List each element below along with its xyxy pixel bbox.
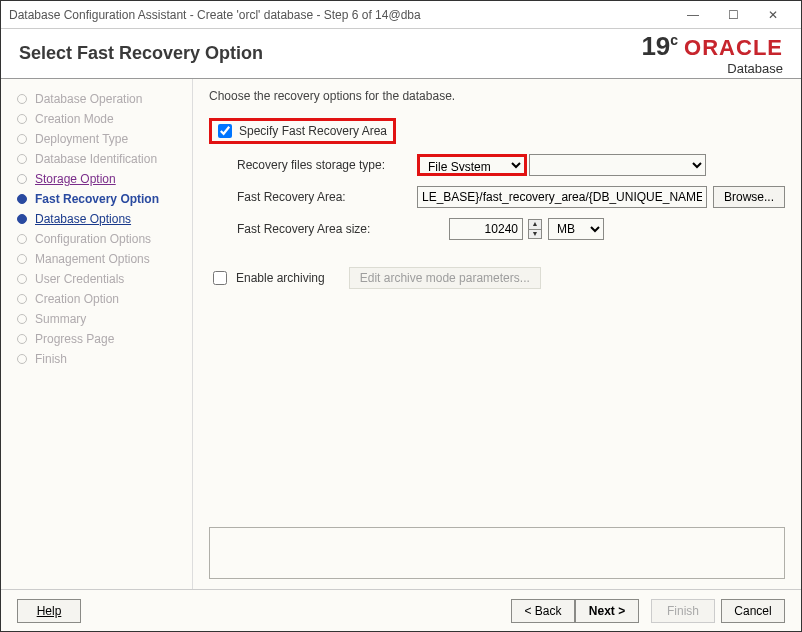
step-user-credentials: User Credentials bbox=[1, 269, 192, 289]
enable-archiving-label: Enable archiving bbox=[236, 271, 325, 285]
cancel-button[interactable]: Cancel bbox=[721, 599, 785, 623]
minimize-button[interactable]: — bbox=[673, 3, 713, 27]
titlebar: Database Configuration Assistant - Creat… bbox=[1, 1, 801, 29]
step-progress-page: Progress Page bbox=[1, 329, 192, 349]
step-storage-option[interactable]: Storage Option bbox=[1, 169, 192, 189]
brand-name: ORACLE bbox=[684, 35, 783, 61]
brand-sub: Database bbox=[686, 61, 783, 76]
message-area bbox=[209, 527, 785, 579]
edit-archive-params-button: Edit archive mode parameters... bbox=[349, 267, 541, 289]
header: Select Fast Recovery Option 19c ORACLE D… bbox=[1, 29, 801, 79]
instruction-text: Choose the recovery options for the data… bbox=[209, 89, 785, 103]
step-deployment-type: Deployment Type bbox=[1, 129, 192, 149]
footer: Help < Back Next > Finish Cancel bbox=[1, 589, 801, 631]
enable-archiving-checkbox[interactable] bbox=[213, 271, 227, 285]
back-button[interactable]: < Back bbox=[511, 599, 575, 623]
storage-type-label: Recovery files storage type: bbox=[237, 158, 407, 172]
fra-label: Fast Recovery Area: bbox=[237, 190, 407, 204]
next-button[interactable]: Next > bbox=[575, 599, 639, 623]
finish-button: Finish bbox=[651, 599, 715, 623]
step-configuration-options: Configuration Options bbox=[1, 229, 192, 249]
brand-version: 19c bbox=[641, 31, 678, 62]
step-database-identification: Database Identification bbox=[1, 149, 192, 169]
page-title: Select Fast Recovery Option bbox=[19, 43, 641, 64]
browse-button[interactable]: Browse... bbox=[713, 186, 785, 208]
specify-fra-label: Specify Fast Recovery Area bbox=[239, 124, 387, 138]
wizard-sidebar: Database Operation Creation Mode Deploym… bbox=[1, 79, 193, 589]
help-button[interactable]: Help bbox=[17, 599, 81, 623]
step-management-options: Management Options bbox=[1, 249, 192, 269]
specify-fra-highlight: Specify Fast Recovery Area bbox=[209, 118, 396, 144]
step-database-options[interactable]: Database Options bbox=[1, 209, 192, 229]
step-creation-mode: Creation Mode bbox=[1, 109, 192, 129]
step-creation-option: Creation Option bbox=[1, 289, 192, 309]
storage-type-combo-extension[interactable] bbox=[529, 154, 706, 176]
step-database-operation: Database Operation bbox=[1, 89, 192, 109]
specify-fra-checkbox[interactable] bbox=[218, 124, 232, 138]
step-fast-recovery-option: Fast Recovery Option bbox=[1, 189, 192, 209]
maximize-button[interactable]: ☐ bbox=[713, 3, 753, 27]
fra-size-label: Fast Recovery Area size: bbox=[237, 222, 407, 236]
step-finish: Finish bbox=[1, 349, 192, 369]
step-summary: Summary bbox=[1, 309, 192, 329]
spinner-knob[interactable]: ▲▼ bbox=[528, 219, 542, 239]
brand-logo: 19c ORACLE Database bbox=[641, 31, 783, 76]
main-panel: Choose the recovery options for the data… bbox=[193, 79, 801, 589]
fra-size-unit-combo[interactable]: MB bbox=[548, 218, 604, 240]
fra-size-input[interactable] bbox=[449, 218, 523, 240]
storage-type-combo[interactable]: File System bbox=[417, 154, 527, 176]
fra-input[interactable] bbox=[417, 186, 707, 208]
close-button[interactable]: ✕ bbox=[753, 3, 793, 27]
window-title: Database Configuration Assistant - Creat… bbox=[9, 8, 673, 22]
